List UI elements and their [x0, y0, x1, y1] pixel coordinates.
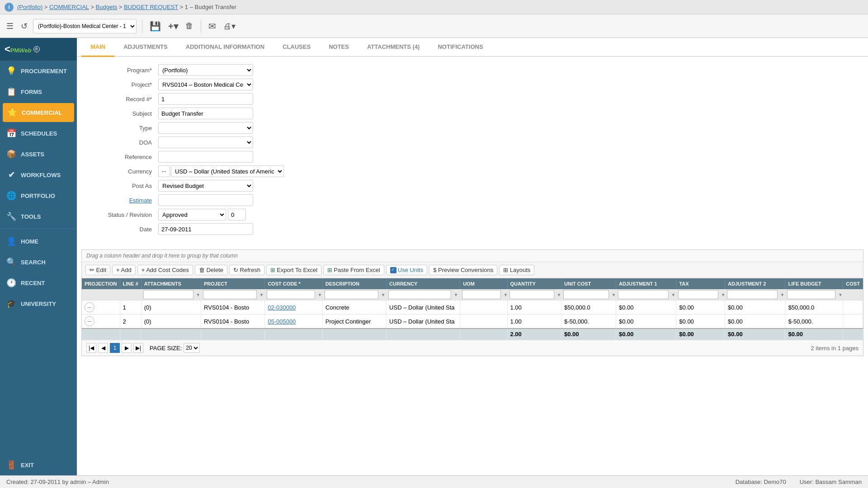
- breadcrumb-budget-request[interactable]: BUDGET REQUEST: [124, 4, 178, 10]
- print-button[interactable]: 🖨▾: [222, 19, 237, 33]
- grid-add-button[interactable]: + Add: [112, 265, 136, 275]
- project-select[interactable]: RVS0104 – Boston Medical Center: [158, 79, 253, 90]
- filter-uom[interactable]: [462, 290, 501, 299]
- delete-button[interactable]: 🗑: [184, 19, 195, 33]
- status-select[interactable]: Approved: [158, 209, 226, 221]
- grid-layouts-button[interactable]: ⊞ Layouts: [499, 265, 534, 275]
- filter-project[interactable]: [203, 290, 257, 299]
- sidebar-item-tools[interactable]: 🔧 TOOLS: [0, 206, 77, 227]
- sidebar-item-procurement[interactable]: 💡 PROCUREMENT: [0, 61, 77, 81]
- grid-delete-button[interactable]: 🗑 Delete: [195, 265, 227, 275]
- estimate-input[interactable]: [158, 194, 253, 206]
- filter-quantity[interactable]: [509, 290, 554, 299]
- page-first-button[interactable]: |◀: [86, 343, 96, 353]
- record-input[interactable]: [158, 93, 253, 105]
- breadcrumb-budgets[interactable]: Budgets: [96, 4, 118, 10]
- project-label: Project*: [86, 81, 158, 88]
- sidebar-item-schedules[interactable]: 📅 SCHEDULES: [0, 123, 77, 144]
- type-select[interactable]: [158, 122, 253, 134]
- tab-attachments[interactable]: ATTACHMENTS (4): [358, 38, 429, 57]
- grid-refresh-button[interactable]: ↻ Refresh: [229, 265, 264, 275]
- post-as-select[interactable]: Revised Budget: [158, 180, 253, 192]
- doa-label: DOA: [86, 139, 158, 146]
- tab-notes[interactable]: NOTES: [320, 38, 358, 57]
- sidebar-item-label: PORTFOLIO: [21, 192, 55, 199]
- page-current-button[interactable]: 1: [110, 343, 120, 353]
- filter-life-budget[interactable]: [787, 290, 835, 299]
- subject-input[interactable]: [158, 108, 253, 119]
- tab-adjustments[interactable]: ADJUSTMENTS: [114, 38, 177, 57]
- add-button[interactable]: +▾: [166, 19, 180, 33]
- grid-paste-button[interactable]: ⊞ Paste From Excel: [323, 265, 384, 275]
- hamburger-menu-button[interactable]: ☰: [5, 19, 15, 33]
- reference-input[interactable]: [158, 151, 253, 163]
- sidebar-item-commercial[interactable]: ⭐ COMMERCIAL: [3, 103, 74, 122]
- user-info: User: Bassam Samman: [800, 479, 862, 485]
- email-button[interactable]: ✉: [207, 19, 218, 33]
- page-size-select[interactable]: 20: [184, 343, 200, 353]
- tab-notifications[interactable]: NOTIFICATIONS: [429, 38, 492, 57]
- tab-clauses[interactable]: CLAUSES: [274, 38, 320, 57]
- filter-description[interactable]: [325, 290, 378, 299]
- sidebar-item-workflows[interactable]: ✔ WORKFLOWS: [0, 164, 77, 185]
- grid-export-button[interactable]: ⊞ Export To Excel: [266, 265, 321, 275]
- sidebar-item-search[interactable]: 🔍 SEARCH: [0, 252, 77, 272]
- project-selector[interactable]: (Portfolio)-Boston Medical Center - 1: [33, 19, 137, 33]
- col-cost-code: COST CODE *: [265, 278, 323, 289]
- page-last-button[interactable]: ▶|: [133, 343, 143, 353]
- revision-input[interactable]: [228, 209, 246, 221]
- breadcrumb-commercial[interactable]: COMMERCIAL: [49, 4, 89, 10]
- sidebar-item-home[interactable]: 👤 HOME: [0, 231, 77, 252]
- totals-row: 2.00 $0.00 $0.00 $0.00 $0.00 $0.00: [82, 328, 863, 340]
- data-table: PROJECTION LINE # ATTACHMENTS PROJECT CO…: [82, 278, 863, 340]
- sidebar-item-portfolio[interactable]: 🌐 PORTFOLIO: [0, 185, 77, 206]
- tab-main[interactable]: MAIN: [81, 38, 114, 57]
- commercial-icon: ⭐: [7, 108, 17, 117]
- col-uom: UOM: [460, 278, 507, 289]
- tab-additional[interactable]: ADDITIONAL INFORMATION: [177, 38, 274, 57]
- sidebar-item-assets[interactable]: 📦 ASSETS: [0, 144, 77, 164]
- workflows-icon: ✔: [6, 170, 16, 180]
- filter-currency[interactable]: [388, 290, 451, 299]
- filter-cost-code[interactable]: [267, 290, 315, 299]
- sidebar-item-forms[interactable]: 📋 FORMS: [0, 81, 77, 102]
- sidebar-item-exit[interactable]: 🚪 EXIT: [0, 455, 77, 475]
- info-icon[interactable]: i: [5, 3, 14, 12]
- row1-action-button[interactable]: ···: [85, 302, 94, 312]
- grid-use-units-button[interactable]: Use Units: [386, 265, 427, 275]
- date-input[interactable]: [158, 223, 253, 235]
- col-adjustment1: ADJUSTMENT 1: [616, 278, 676, 289]
- row2-action-button[interactable]: ···: [85, 316, 94, 326]
- filter-unit-cost[interactable]: [563, 290, 609, 299]
- breadcrumb-portfolio[interactable]: (Portfolio): [17, 4, 42, 10]
- sidebar-item-recent[interactable]: 🕐 RECENT: [0, 272, 77, 293]
- sidebar-item-label: EXIT: [21, 462, 34, 469]
- filter-tax[interactable]: [678, 290, 718, 299]
- page-prev-button[interactable]: ◀: [98, 343, 108, 353]
- estimate-label: Estimate: [86, 197, 158, 204]
- doa-select[interactable]: [158, 136, 253, 148]
- row1-tax: $0.00: [676, 300, 725, 314]
- save-button[interactable]: 💾: [148, 19, 163, 33]
- use-units-checkbox: [390, 267, 396, 273]
- status-label: Status / Revision: [86, 211, 158, 218]
- program-select[interactable]: (Portfolio): [158, 64, 253, 76]
- grid-add-cost-codes-button[interactable]: + Add Cost Codes: [137, 265, 193, 275]
- filter-adjustment1[interactable]: [618, 290, 669, 299]
- currency-select[interactable]: USD – Dollar (United States of America): [171, 165, 284, 177]
- col-projection: PROJECTION: [82, 278, 120, 289]
- row1-cost-code[interactable]: 02-030000: [265, 300, 323, 314]
- grid-edit-button[interactable]: ✏ Edit: [85, 265, 110, 275]
- estimate-link[interactable]: Estimate: [129, 197, 152, 204]
- row1-attachments: (0): [141, 300, 201, 314]
- sidebar-item-university[interactable]: 🎓 UNIVERSITY: [0, 293, 77, 314]
- row2-line: 2: [120, 314, 141, 329]
- row2-cost-code[interactable]: 05-005000: [265, 314, 323, 329]
- history-button[interactable]: ↺: [19, 19, 29, 33]
- filter-adjustment2[interactable]: [727, 290, 778, 299]
- page-next-button[interactable]: ▶: [122, 343, 132, 353]
- grid-preview-conversions-button[interactable]: $ Preview Conversions: [429, 265, 497, 275]
- filter-attachments[interactable]: [143, 290, 193, 299]
- filter-row: ▼ ▼ ▼ ▼ ▼ ▼ ▼ ▼ ▼ ▼ ▼ ▼: [82, 289, 863, 300]
- currency-dots-button[interactable]: ···: [158, 165, 170, 177]
